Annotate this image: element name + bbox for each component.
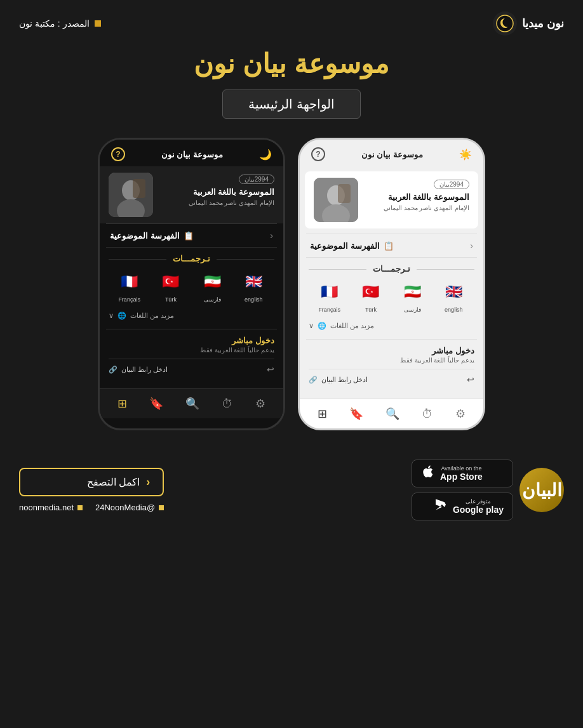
light-globe-icon: 🌐 <box>318 322 326 330</box>
light-phone-topbar: ? موسوعة بيان نون ☀️ <box>300 140 483 166</box>
footer-link-web: noonmedia.net <box>19 503 83 512</box>
light-nav-search-icon[interactable]: 🔍 <box>385 407 399 421</box>
dark-avatar-img <box>109 173 153 217</box>
google-play-button[interactable]: متوفر على Google play <box>412 493 513 520</box>
google-play-big-text: Google play <box>453 505 504 515</box>
light-flag-farsi-icon: 🇮🇷 <box>400 280 424 304</box>
phone-light: ? موسوعة بيان نون ☀️ 2994بيان الموسوعة ب… <box>298 138 485 430</box>
dark-more-languages[interactable]: مزيد من اللغات 🌐 ∨ <box>109 309 274 322</box>
light-direct-row-text: ادخل رابط البيان 🔗 <box>309 376 368 384</box>
dark-nav-icon: 📋 <box>184 231 194 241</box>
light-nav-title: 📋 الفهرسة الموضوعية <box>310 241 394 251</box>
light-nav-row[interactable]: ‹ 📋 الفهرسة الموضوعية <box>300 234 483 257</box>
footer: ‹ اكمل التصفح @24NoonMedia noonmedia.net <box>0 449 583 533</box>
footer-left: ‹ اكمل التصفح @24NoonMedia noonmedia.net <box>19 468 164 512</box>
dark-profile: 2994بيان الموسوعة باللغة العربية الإمام … <box>100 166 283 223</box>
light-nav-settings-icon[interactable]: ⚙ <box>455 407 466 421</box>
dark-nav-settings-icon[interactable]: ⚙ <box>255 397 265 411</box>
light-nav-icon: 📋 <box>384 241 394 251</box>
light-direct-sub: يدعم حالياً اللغة العربية فقط <box>309 357 474 364</box>
app-store-button[interactable]: Available on the App Store <box>412 460 513 487</box>
dark-flag-farsi[interactable]: 🇮🇷 فارسی <box>200 270 224 303</box>
google-play-small-text: متوفر على <box>453 498 504 505</box>
source-dot <box>95 20 101 27</box>
light-help-icon[interactable]: ? <box>311 147 325 161</box>
browse-button[interactable]: ‹ اكمل التصفح <box>19 468 164 496</box>
dark-flag-francais-icon: 🇫🇷 <box>117 270 142 294</box>
dark-phone-topbar: ? موسوعة بيان نون 🌙 <box>100 140 283 166</box>
dark-help-icon[interactable]: ? <box>111 147 125 161</box>
light-nav-history-icon[interactable]: ⏱ <box>422 407 433 421</box>
light-profile-subtitle: الإمام المهدي ناصر محمد اليماني <box>365 204 469 211</box>
header-source: المصدر : مكتبة نون <box>19 18 101 29</box>
social-dot <box>159 505 164 510</box>
light-flag-farsi[interactable]: 🇮🇷 فارسی <box>400 280 424 313</box>
light-more-languages[interactable]: مزيد من اللغات 🌐 ∨ <box>309 319 474 333</box>
dark-direct-title: دخول مباشر <box>109 336 274 345</box>
browse-btn-label: اكمل التصفح <box>87 476 140 488</box>
light-flag-english[interactable]: 🇬🇧 english <box>441 280 466 313</box>
dark-nav-history-icon[interactable]: ⏱ <box>222 397 233 411</box>
svg-point-0 <box>497 15 513 32</box>
dark-more-lang-text: مزيد من اللغات <box>130 312 174 320</box>
light-profile-text: 2994بيان الموسوعة باللغة العربية الإمام … <box>365 178 469 211</box>
light-direct-access: دخول مباشر يدعم حالياً اللغة العربية فقط… <box>300 340 483 394</box>
footer-brand-logo: البيان <box>519 468 564 512</box>
app-store-text: Available on the App Store <box>440 465 483 482</box>
dark-profile-subtitle: الإمام المهدي ناصر محمد اليماني <box>159 199 274 206</box>
dark-nav-search-icon[interactable]: 🔍 <box>185 397 199 411</box>
light-flag-turk-icon: 🇹🇷 <box>359 280 383 304</box>
light-translations: تـرجمـــات 🇬🇧 english 🇮🇷 فارسی 🇹🇷 Türk 🇫… <box>300 258 483 339</box>
dark-flag-turk-icon: 🇹🇷 <box>159 270 183 294</box>
light-direct-text-label: ادخل رابط البيان <box>321 376 368 384</box>
phone-dark: ? موسوعة بيان نون 🌙 2994بيان الموسوعة با… <box>98 138 285 430</box>
dark-direct-sub: يدعم حالياً اللغة العربية فقط <box>109 347 274 354</box>
light-nav-chevron: ‹ <box>470 241 473 251</box>
light-more-lang-text: مزيد من اللغات <box>330 322 374 330</box>
light-flag-francais-icon: 🇫🇷 <box>318 280 342 304</box>
dark-bottom-nav: ⊞ 🔖 🔍 ⏱ ⚙ <box>100 388 283 418</box>
dark-flag-farsi-label: فارسی <box>204 296 221 303</box>
browse-chevron-icon: ‹ <box>146 475 150 489</box>
svg-rect-4 <box>133 179 145 198</box>
dark-flag-turk[interactable]: 🇹🇷 Türk <box>159 270 183 303</box>
light-more-chevron: ∨ <box>309 322 314 330</box>
dark-direct-text-label: ادخل رابط البيان <box>121 366 168 374</box>
social-link-text: @24NoonMedia <box>95 503 155 512</box>
light-nav-grid-icon[interactable]: ⊞ <box>318 407 327 421</box>
header-logo: نون ميديا <box>493 11 564 36</box>
main-title: موسوعة بيان نون <box>0 48 583 79</box>
dark-direct-row-text: ادخل رابط البيان 🔗 <box>109 366 168 374</box>
light-flags-row: 🇬🇧 english 🇮🇷 فارسی 🇹🇷 Türk 🇫🇷 Français <box>309 280 474 313</box>
footer-right: Available on the App Store متوفر على Goo… <box>412 460 564 520</box>
subtitle-badge: الواجهة الرئيسية <box>0 89 583 119</box>
dark-flag-english[interactable]: 🇬🇧 english <box>241 270 265 303</box>
dark-direct-row[interactable]: ↩ ادخل رابط البيان 🔗 <box>109 359 274 380</box>
light-direct-row[interactable]: ↩ ادخل رابط البيان 🔗 <box>309 369 474 390</box>
light-flag-english-icon: 🇬🇧 <box>441 280 466 304</box>
dark-direct-arrow-icon: ↩ <box>267 364 274 374</box>
light-mode-icon: ☀️ <box>459 149 472 161</box>
dark-direct-link-icon: 🔗 <box>109 366 117 374</box>
dark-direct-access: دخول مباشر يدعم حالياً اللغة العربية فقط… <box>100 329 283 383</box>
dark-flag-francais[interactable]: 🇫🇷 Français <box>117 270 142 303</box>
light-avatar <box>314 178 358 222</box>
dark-nav-bookmark-icon[interactable]: 🔖 <box>149 397 163 411</box>
dark-nav-title: 📋 الفهرسة الموضوعية <box>110 231 194 241</box>
dark-avatar <box>109 173 153 217</box>
footer-store-logo-container: Available on the App Store متوفر على Goo… <box>412 460 564 520</box>
svg-rect-8 <box>338 184 351 203</box>
light-nav-bookmark-icon[interactable]: 🔖 <box>349 407 363 421</box>
dark-nav-row[interactable]: ‹ 📋 الفهرسة الموضوعية <box>100 224 283 247</box>
light-profile-badge: 2994بيان <box>434 180 469 189</box>
light-flag-francais[interactable]: 🇫🇷 Français <box>318 280 342 313</box>
light-flag-english-label: english <box>445 307 463 313</box>
dark-flag-english-icon: 🇬🇧 <box>241 270 265 294</box>
light-flag-turk[interactable]: 🇹🇷 Türk <box>359 280 383 313</box>
phones-container: ? موسوعة بيان نون 🌙 2994بيان الموسوعة با… <box>0 138 583 430</box>
light-profile-title: الموسوعة باللغة العربية <box>365 192 469 203</box>
light-direct-title: دخول مباشر <box>309 346 474 355</box>
dark-nav-grid-icon[interactable]: ⊞ <box>117 397 127 411</box>
footer-link-social: @24NoonMedia <box>95 503 164 512</box>
dark-flag-turk-label: Türk <box>165 296 177 303</box>
